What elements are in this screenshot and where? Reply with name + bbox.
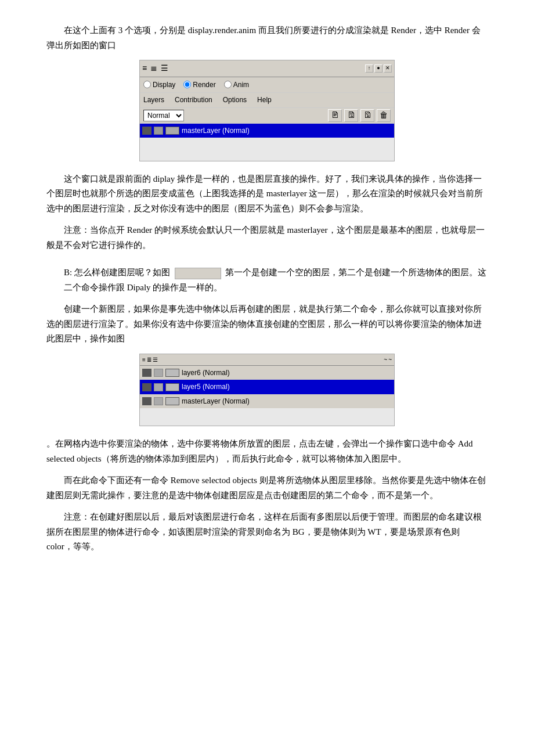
desc-paragraph-3: 。在网格内选中你要渲染的物体，选中你要将物体所放置的图层，点击左键，会弹出一个操… — [46, 437, 488, 466]
spacer-1 — [46, 260, 488, 265]
desc-paragraph-2: 创建一个新图层，如果你是事先选中物体以后再创建的图层，就是执行第二个命令，那么你… — [46, 302, 488, 347]
p2-icon-5: ~ — [388, 355, 392, 365]
masterlayer2-vis-icon — [142, 397, 151, 405]
panel2-toolbar: ≡ ≣ ☰ ~ ~ — [140, 354, 394, 366]
inline-icon-placeholder — [175, 268, 221, 279]
layer-row-master-2[interactable]: masterLayer (Normal) — [140, 394, 394, 408]
masterlayer2-thumb — [165, 397, 179, 405]
layer6-type-icon — [154, 369, 163, 377]
toolbar-icon-2: ≣ — [150, 62, 157, 75]
menu-contribution[interactable]: Contribution — [175, 94, 212, 106]
intro-paragraph: 在这个上面有 3 个选项，分别是 display.render.anim 而且我… — [46, 23, 488, 53]
menu-layers[interactable]: Layers — [143, 94, 164, 106]
titlebar-icons: ↑ ● ✕ — [365, 64, 392, 73]
icon-btn-3[interactable]: 🖻 — [360, 109, 374, 122]
toolbar-icon-1: ≡ — [142, 62, 147, 75]
toolbar-icon-3: ☰ — [161, 62, 168, 75]
layer-row-5[interactable]: layer5 (Normal) — [140, 380, 394, 394]
layer5-type-icon — [154, 383, 163, 391]
radio-render[interactable]: Render — [183, 79, 215, 91]
window-icon-3[interactable]: ✕ — [384, 64, 392, 73]
section-b-label: B: 怎么样创建图层呢？如图 — [64, 268, 170, 277]
note-paragraph-1: 注意：当你点开 Render 的时候系统会默认只一个图层就是 masterlay… — [46, 223, 488, 253]
panel-empty-area — [140, 138, 394, 161]
menu-row: Layers Contribution Options Help — [140, 93, 394, 107]
desc-paragraph-1: 这个窗口就是跟前面的 diplay 操作是一样的，也是图层直接的操作。好了，我们… — [46, 172, 488, 217]
layer6-vis-icon — [142, 369, 151, 377]
masterlayer2-name: masterLayer (Normal) — [182, 395, 250, 407]
radio-display[interactable]: Display — [143, 79, 175, 91]
layer-vis-icon — [142, 127, 151, 135]
icon-btn-1[interactable]: 🖹 — [328, 109, 342, 122]
layer-row-master-1[interactable]: masterLayer (Normal) — [140, 124, 394, 138]
p2-icon-4: ~ — [384, 355, 387, 365]
note-paragraph-2: 注意：在创建好图层以后，最后对该图层进行命名，这样在后面有多图层以后便于管理。而… — [46, 510, 488, 555]
layer-toolbar: Normal 🖹 🖺 🖻 🗑 — [140, 108, 394, 124]
icon-btn-2[interactable]: 🖺 — [344, 109, 358, 122]
p2-icon-1: ≡ — [142, 355, 146, 365]
p2-icon-2: ≣ — [147, 355, 151, 365]
icon-btn-4[interactable]: 🗑 — [377, 109, 391, 122]
layer6-thumb — [165, 369, 179, 377]
p2-icon-3: ☰ — [153, 355, 158, 365]
menu-help[interactable]: Help — [257, 94, 272, 106]
radio-row: Display Render Anim — [140, 77, 394, 93]
layer-row-6[interactable]: layer6 (Normal) — [140, 366, 394, 380]
layer-type-icon — [154, 127, 163, 135]
layer5-vis-icon — [142, 383, 151, 391]
layer-name-1: masterLayer (Normal) — [182, 125, 250, 136]
window-icon-1[interactable]: ↑ — [365, 64, 373, 73]
layer-thumb — [165, 127, 179, 135]
render-panel-1: ≡ ≣ ☰ ↑ ● ✕ Display Render Anim Layers C… — [139, 60, 395, 161]
section-b: B: 怎么样创建图层呢？如图 第一个是创建一个空的图层，第二个是创建一个所选物体… — [46, 265, 488, 295]
panel-toolbar: ≡ ≣ ☰ ↑ ● ✕ — [140, 60, 394, 77]
window-icon-2[interactable]: ● — [374, 64, 383, 73]
masterlayer2-type-icon — [154, 397, 163, 405]
layer-mode-select[interactable]: Normal — [143, 110, 184, 121]
render-panel-2: ≡ ≣ ☰ ~ ~ layer6 (Normal) layer5 (Normal… — [139, 354, 395, 426]
radio-anim[interactable]: Anim — [224, 79, 249, 91]
menu-options[interactable]: Options — [223, 94, 247, 106]
desc-paragraph-4: 而在此命令下面还有一命令 Remove selectod objects 则是将… — [46, 473, 488, 503]
layer5-name: layer5 (Normal) — [182, 381, 230, 393]
panel2-empty — [140, 408, 394, 426]
layer6-name: layer6 (Normal) — [182, 367, 230, 379]
layer5-thumb — [165, 383, 179, 391]
